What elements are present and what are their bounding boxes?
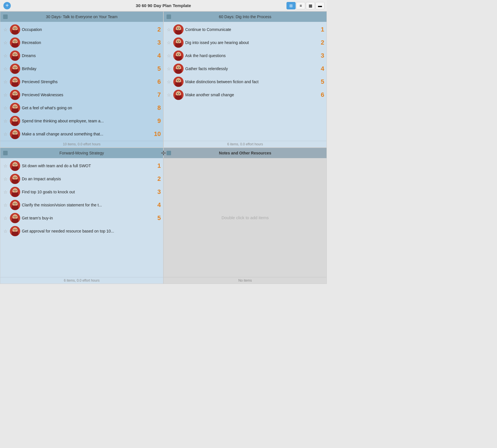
list-item[interactable]: ☆ Percieved Strengths6	[0, 75, 163, 88]
item-text: Make another small change	[185, 93, 316, 97]
list-item[interactable]: ☆ Get a feel of what's going on8	[0, 101, 163, 114]
q2-checkbox[interactable]	[167, 14, 171, 19]
star-icon[interactable]: ☆	[166, 66, 172, 72]
add-button[interactable]: +	[3, 2, 11, 9]
star-icon[interactable]: ☆	[3, 163, 8, 169]
avatar	[10, 24, 20, 35]
move-icon: ✛	[161, 150, 166, 157]
svg-point-83	[179, 80, 180, 81]
star-icon[interactable]: ☆	[3, 118, 8, 124]
item-text: Find top 10 goals to knock out	[22, 190, 152, 194]
item-text: Dig into issed you are hearing about	[185, 40, 316, 45]
svg-point-53	[16, 132, 16, 133]
list-item[interactable]: ☆ Ask the hard questions3	[164, 49, 327, 62]
q1-items: ☆ Occupation2☆ Recreation3☆ Dreams4☆	[0, 22, 163, 141]
item-text: Ask the hard questions	[185, 53, 316, 58]
list-item[interactable]: ☆ Birthday5	[0, 62, 163, 75]
list-item[interactable]: ☆ Clarify the mission/vision statement f…	[0, 198, 163, 212]
star-icon[interactable]: ☆	[3, 228, 8, 234]
divider-handle[interactable]: ✛	[159, 149, 168, 158]
svg-point-71	[179, 54, 180, 55]
avatar	[10, 161, 20, 171]
item-number: 7	[154, 91, 161, 99]
avatar	[10, 37, 20, 48]
svg-point-40	[14, 106, 14, 107]
item-number: 5	[154, 214, 161, 222]
avatar	[10, 213, 20, 223]
quadrant-notes: Notes and Other Resources Double click t…	[163, 148, 327, 284]
avatar	[10, 116, 20, 126]
star-icon[interactable]: ☆	[3, 131, 8, 137]
list-icon: ≡	[300, 3, 302, 8]
q1-header-text: 30 Days- Talk to Everyone on Your Team	[8, 14, 156, 19]
star-icon[interactable]: ☆	[3, 92, 8, 98]
quadrant-strategy: Forward-Moving Strategy ☆ Sit down with …	[0, 148, 163, 284]
calendar-view-button[interactable]: ▦	[306, 2, 315, 9]
list-view-button[interactable]: ≡	[296, 2, 305, 9]
list-item[interactable]: ☆ Get approval for needed resource based…	[0, 225, 163, 238]
q2-footer: 6 items, 0.0 effort hours	[164, 141, 327, 147]
item-number: 3	[154, 188, 161, 196]
list-item[interactable]: ☆ Continue to Communicate1	[164, 23, 327, 36]
list-item[interactable]: ☆ Occupation2	[0, 23, 163, 36]
item-number: 6	[317, 91, 324, 99]
svg-point-106	[14, 190, 14, 191]
list-item[interactable]: ☆ Spend time thinking about employee, te…	[0, 114, 163, 127]
list-item[interactable]: ☆ Find top 10 goals to knock out3	[0, 185, 163, 198]
svg-point-112	[14, 203, 14, 204]
item-text: Birthday	[22, 66, 152, 71]
star-icon[interactable]: ☆	[166, 27, 172, 32]
q4-header-text: Notes and Other Resources	[171, 151, 319, 155]
list-item[interactable]: ☆ Make another small change6	[164, 88, 327, 101]
q4-empty-message[interactable]: Double click to add items	[164, 158, 327, 277]
star-icon[interactable]: ☆	[3, 79, 8, 85]
q4-header: Notes and Other Resources	[164, 148, 327, 158]
avatar	[10, 187, 20, 197]
star-icon[interactable]: ☆	[3, 215, 8, 221]
list-item[interactable]: ☆ Make a small change around something t…	[0, 127, 163, 141]
svg-point-65	[179, 41, 180, 42]
q1-checkbox[interactable]	[3, 14, 8, 19]
item-number: 1	[154, 162, 161, 169]
avatar	[173, 64, 184, 74]
grid-icon: ⊞	[289, 3, 293, 8]
chart-view-button[interactable]: ▬	[315, 2, 325, 9]
star-icon[interactable]: ☆	[3, 66, 8, 72]
list-item[interactable]: ☆ Recreation3	[0, 36, 163, 49]
star-icon[interactable]: ☆	[166, 92, 172, 98]
list-item[interactable]: ☆ Dreams4	[0, 49, 163, 62]
star-icon[interactable]: ☆	[3, 176, 8, 182]
q3-checkbox[interactable]	[3, 151, 8, 155]
item-text: Get approval for needed resource based o…	[22, 229, 152, 233]
list-item[interactable]: ☆ Get team's buy-in5	[0, 212, 163, 225]
star-icon[interactable]: ☆	[166, 40, 172, 45]
star-icon[interactable]: ☆	[166, 53, 172, 58]
view-controls: ⊞ ≡ ▦ ▬	[287, 2, 325, 9]
star-icon[interactable]: ☆	[3, 105, 8, 111]
svg-point-58	[177, 28, 178, 29]
item-text: Sit down with team and do a full SWOT	[22, 164, 152, 168]
star-icon[interactable]: ☆	[3, 27, 8, 32]
q3-items: ☆ Sit down with team and do a full SWOT1…	[0, 158, 163, 277]
svg-point-76	[177, 67, 178, 68]
star-icon[interactable]: ☆	[3, 53, 8, 58]
svg-point-125	[16, 229, 16, 230]
svg-point-22	[14, 67, 14, 68]
list-item[interactable]: ☆ Percieved Weaknesses7	[0, 88, 163, 101]
list-item[interactable]: ☆ Sit down with team and do a full SWOT1	[0, 159, 163, 172]
star-icon[interactable]: ☆	[3, 189, 8, 195]
star-icon[interactable]: ☆	[166, 79, 172, 85]
svg-point-4	[14, 28, 14, 29]
star-icon[interactable]: ☆	[3, 202, 8, 208]
svg-point-35	[16, 93, 16, 94]
calendar-icon: ▦	[309, 3, 312, 8]
list-item[interactable]: ☆ Make distinctions between fiction and …	[164, 75, 327, 88]
list-item[interactable]: ☆ Do an Impact analysis2	[0, 172, 163, 185]
list-item[interactable]: ☆ Dig into issed you are hearing about2	[164, 36, 327, 49]
svg-point-52	[14, 132, 14, 133]
grid-view-button[interactable]: ⊞	[287, 2, 296, 9]
avatar	[173, 51, 184, 61]
svg-point-118	[14, 216, 14, 217]
star-icon[interactable]: ☆	[3, 40, 8, 45]
list-item[interactable]: ☆ Gather facts relentlessly4	[164, 62, 327, 75]
